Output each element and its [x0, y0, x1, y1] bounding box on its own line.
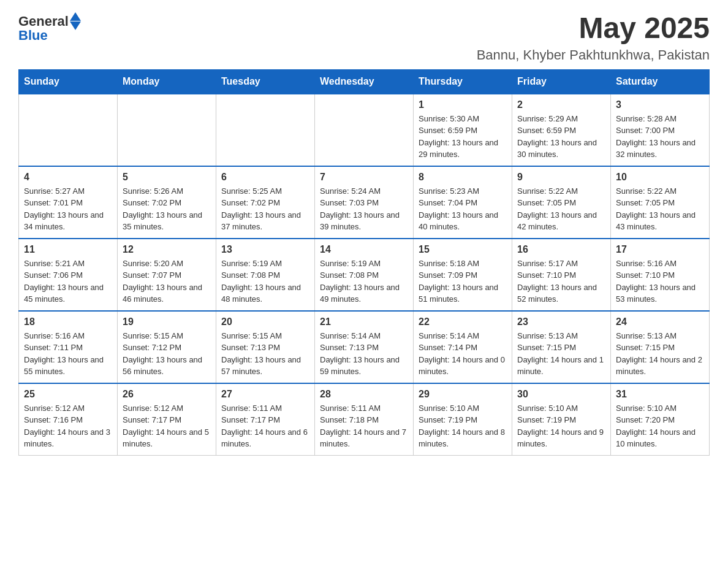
month-year-title: May 2025 — [477, 12, 710, 45]
day-number: 11 — [24, 244, 112, 255]
calendar-cell: 17Sunrise: 5:16 AMSunset: 7:10 PMDayligh… — [611, 239, 710, 311]
calendar-cell: 10Sunrise: 5:22 AMSunset: 7:05 PMDayligh… — [611, 166, 710, 239]
day-info: Sunrise: 5:11 AMSunset: 7:17 PMDaylight:… — [221, 402, 309, 450]
calendar-cell: 3Sunrise: 5:28 AMSunset: 7:00 PMDaylight… — [611, 94, 710, 166]
calendar-cell: 2Sunrise: 5:29 AMSunset: 6:59 PMDaylight… — [512, 94, 611, 166]
calendar-table: SundayMondayTuesdayWednesdayThursdayFrid… — [18, 69, 710, 456]
day-number: 20 — [221, 316, 309, 327]
day-info: Sunrise: 5:13 AMSunset: 7:15 PMDaylight:… — [616, 330, 704, 378]
day-number: 9 — [517, 172, 605, 183]
day-number: 23 — [517, 316, 605, 327]
calendar-cell — [19, 94, 118, 166]
day-info: Sunrise: 5:15 AMSunset: 7:13 PMDaylight:… — [221, 330, 309, 378]
calendar-header-sunday: Sunday — [19, 69, 118, 94]
day-number: 4 — [24, 172, 112, 183]
calendar-header-row: SundayMondayTuesdayWednesdayThursdayFrid… — [19, 69, 710, 94]
day-number: 5 — [123, 172, 211, 183]
calendar-cell: 16Sunrise: 5:17 AMSunset: 7:10 PMDayligh… — [512, 239, 611, 311]
calendar-cell: 11Sunrise: 5:21 AMSunset: 7:06 PMDayligh… — [19, 239, 118, 311]
day-number: 1 — [419, 99, 507, 110]
day-info: Sunrise: 5:11 AMSunset: 7:18 PMDaylight:… — [320, 402, 408, 450]
day-number: 19 — [123, 316, 211, 327]
day-number: 18 — [24, 316, 112, 327]
calendar-cell: 15Sunrise: 5:18 AMSunset: 7:09 PMDayligh… — [414, 239, 512, 311]
calendar-cell: 21Sunrise: 5:14 AMSunset: 7:13 PMDayligh… — [315, 311, 414, 383]
calendar-cell: 31Sunrise: 5:10 AMSunset: 7:20 PMDayligh… — [611, 383, 710, 456]
location-subtitle: Bannu, Khyber Pakhtunkhwa, Pakistan — [477, 47, 710, 63]
calendar-cell: 27Sunrise: 5:11 AMSunset: 7:17 PMDayligh… — [216, 383, 315, 456]
day-info: Sunrise: 5:19 AMSunset: 7:08 PMDaylight:… — [221, 258, 309, 305]
week-row-3: 11Sunrise: 5:21 AMSunset: 7:06 PMDayligh… — [19, 239, 710, 311]
calendar-cell: 30Sunrise: 5:10 AMSunset: 7:19 PMDayligh… — [512, 383, 611, 456]
calendar-cell — [315, 94, 414, 166]
calendar-cell: 13Sunrise: 5:19 AMSunset: 7:08 PMDayligh… — [216, 239, 315, 311]
day-info: Sunrise: 5:13 AMSunset: 7:15 PMDaylight:… — [517, 330, 605, 378]
logo-general-text: General — [18, 13, 69, 29]
day-number: 10 — [616, 172, 704, 183]
day-info: Sunrise: 5:10 AMSunset: 7:20 PMDaylight:… — [616, 402, 704, 450]
day-number: 24 — [616, 316, 704, 327]
day-number: 21 — [320, 316, 408, 327]
logo-blue-text: Blue — [18, 28, 48, 44]
calendar-cell: 28Sunrise: 5:11 AMSunset: 7:18 PMDayligh… — [315, 383, 414, 456]
calendar-cell — [216, 94, 315, 166]
day-number: 2 — [517, 99, 605, 110]
day-info: Sunrise: 5:14 AMSunset: 7:13 PMDaylight:… — [320, 330, 408, 378]
day-number: 3 — [616, 99, 704, 110]
day-info: Sunrise: 5:22 AMSunset: 7:05 PMDaylight:… — [616, 185, 704, 233]
calendar-cell: 4Sunrise: 5:27 AMSunset: 7:01 PMDaylight… — [19, 166, 118, 239]
day-info: Sunrise: 5:19 AMSunset: 7:08 PMDaylight:… — [320, 258, 408, 305]
day-info: Sunrise: 5:17 AMSunset: 7:10 PMDaylight:… — [517, 258, 605, 305]
day-number: 25 — [24, 389, 112, 400]
day-number: 31 — [616, 389, 704, 400]
calendar-header-thursday: Thursday — [414, 69, 512, 94]
day-info: Sunrise: 5:18 AMSunset: 7:09 PMDaylight:… — [419, 258, 507, 305]
day-number: 22 — [419, 316, 507, 327]
day-info: Sunrise: 5:12 AMSunset: 7:17 PMDaylight:… — [123, 402, 211, 450]
day-number: 12 — [123, 244, 211, 255]
day-number: 29 — [419, 389, 507, 400]
calendar-cell: 20Sunrise: 5:15 AMSunset: 7:13 PMDayligh… — [216, 311, 315, 383]
day-info: Sunrise: 5:28 AMSunset: 7:00 PMDaylight:… — [616, 113, 704, 161]
day-number: 16 — [517, 244, 605, 255]
day-info: Sunrise: 5:26 AMSunset: 7:02 PMDaylight:… — [123, 185, 211, 233]
day-number: 6 — [221, 172, 309, 183]
title-block: May 2025 Bannu, Khyber Pakhtunkhwa, Paki… — [477, 12, 710, 63]
calendar-header-monday: Monday — [118, 69, 216, 94]
logo: General Blue — [18, 12, 81, 44]
calendar-cell: 19Sunrise: 5:15 AMSunset: 7:12 PMDayligh… — [118, 311, 216, 383]
day-info: Sunrise: 5:16 AMSunset: 7:10 PMDaylight:… — [616, 258, 704, 305]
week-row-5: 25Sunrise: 5:12 AMSunset: 7:16 PMDayligh… — [19, 383, 710, 456]
day-number: 7 — [320, 172, 408, 183]
calendar-cell: 24Sunrise: 5:13 AMSunset: 7:15 PMDayligh… — [611, 311, 710, 383]
calendar-cell: 8Sunrise: 5:23 AMSunset: 7:04 PMDaylight… — [414, 166, 512, 239]
day-info: Sunrise: 5:22 AMSunset: 7:05 PMDaylight:… — [517, 185, 605, 233]
day-info: Sunrise: 5:24 AMSunset: 7:03 PMDaylight:… — [320, 185, 408, 233]
calendar-cell: 23Sunrise: 5:13 AMSunset: 7:15 PMDayligh… — [512, 311, 611, 383]
day-number: 27 — [221, 389, 309, 400]
calendar-cell: 9Sunrise: 5:22 AMSunset: 7:05 PMDaylight… — [512, 166, 611, 239]
calendar-cell: 29Sunrise: 5:10 AMSunset: 7:19 PMDayligh… — [414, 383, 512, 456]
calendar-cell: 5Sunrise: 5:26 AMSunset: 7:02 PMDaylight… — [118, 166, 216, 239]
calendar-cell — [118, 94, 216, 166]
day-info: Sunrise: 5:29 AMSunset: 6:59 PMDaylight:… — [517, 113, 605, 161]
calendar-cell: 14Sunrise: 5:19 AMSunset: 7:08 PMDayligh… — [315, 239, 414, 311]
day-info: Sunrise: 5:21 AMSunset: 7:06 PMDaylight:… — [24, 258, 112, 305]
day-info: Sunrise: 5:14 AMSunset: 7:14 PMDaylight:… — [419, 330, 507, 378]
day-number: 13 — [221, 244, 309, 255]
calendar-cell: 25Sunrise: 5:12 AMSunset: 7:16 PMDayligh… — [19, 383, 118, 456]
day-info: Sunrise: 5:10 AMSunset: 7:19 PMDaylight:… — [517, 402, 605, 450]
calendar-header-wednesday: Wednesday — [315, 69, 414, 94]
day-info: Sunrise: 5:15 AMSunset: 7:12 PMDaylight:… — [123, 330, 211, 378]
day-info: Sunrise: 5:16 AMSunset: 7:11 PMDaylight:… — [24, 330, 112, 378]
day-number: 17 — [616, 244, 704, 255]
day-info: Sunrise: 5:30 AMSunset: 6:59 PMDaylight:… — [419, 113, 507, 161]
day-info: Sunrise: 5:27 AMSunset: 7:01 PMDaylight:… — [24, 185, 112, 233]
day-info: Sunrise: 5:25 AMSunset: 7:02 PMDaylight:… — [221, 185, 309, 233]
day-info: Sunrise: 5:12 AMSunset: 7:16 PMDaylight:… — [24, 402, 112, 450]
calendar-header-saturday: Saturday — [611, 69, 710, 94]
calendar-cell: 12Sunrise: 5:20 AMSunset: 7:07 PMDayligh… — [118, 239, 216, 311]
calendar-cell: 1Sunrise: 5:30 AMSunset: 6:59 PMDaylight… — [414, 94, 512, 166]
calendar-cell: 6Sunrise: 5:25 AMSunset: 7:02 PMDaylight… — [216, 166, 315, 239]
calendar-header-friday: Friday — [512, 69, 611, 94]
